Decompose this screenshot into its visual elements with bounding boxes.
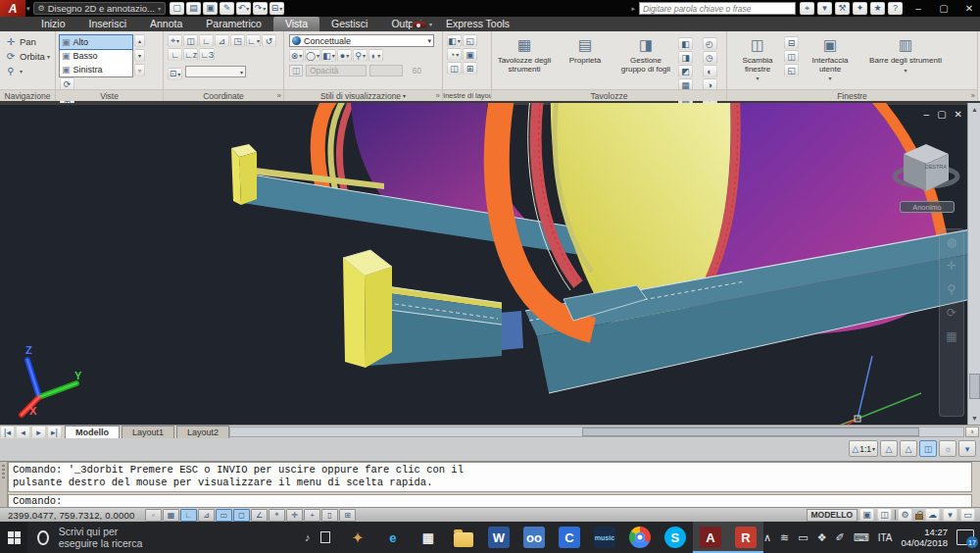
quick-view-layouts-icon[interactable]: ◫ xyxy=(877,508,892,521)
horizontal-scrollbar[interactable] xyxy=(229,427,964,437)
ucs-object-icon[interactable]: ◳ xyxy=(230,34,245,47)
visual-styles-palette-icon[interactable]: ◴ xyxy=(703,37,717,50)
panel-label[interactable]: Tavolozze xyxy=(492,89,726,101)
dropdown-arrow-icon[interactable]: ▾ xyxy=(246,5,249,12)
autocad-logo-icon[interactable]: A xyxy=(0,0,25,17)
orbit-tool-icon[interactable]: ⟳ xyxy=(947,306,956,320)
dynamic-input-icon[interactable]: + xyxy=(304,509,320,522)
dropdown-arrow-icon[interactable]: ▾ xyxy=(346,52,349,59)
drawing-close-button[interactable]: ✕ xyxy=(955,109,962,120)
panel-label[interactable]: Finestre di layout xyxy=(443,89,491,101)
dropdown-arrow-icon[interactable]: ▾ xyxy=(299,52,302,59)
object-snap-icon[interactable]: ◻ xyxy=(233,509,250,522)
restore-viewport-icon[interactable]: ▣ xyxy=(463,48,477,61)
named-viewports-icon[interactable]: ◧▾ xyxy=(447,34,462,47)
layout-tab-layout1[interactable]: Layout1 xyxy=(122,426,174,438)
close-button[interactable]: ✕ xyxy=(958,2,980,16)
dropdown-arrow-icon[interactable]: ▾ xyxy=(332,52,335,59)
drawing-minimize-button[interactable]: – xyxy=(924,109,930,120)
command-window-grip[interactable] xyxy=(0,462,8,508)
chevron-down-icon[interactable]: ▾ xyxy=(429,21,432,27)
panel-label[interactable]: Viste xyxy=(56,89,163,101)
start-button[interactable] xyxy=(0,522,27,553)
tile-vertically-icon[interactable]: ◫ xyxy=(784,50,799,63)
logo-dropdown-icon[interactable]: ▾ xyxy=(26,5,30,13)
scroll-right-icon[interactable]: › xyxy=(965,427,979,437)
command-input[interactable]: Comando: xyxy=(8,494,972,508)
calculator-taskbar-icon[interactable]: ▦ xyxy=(411,522,446,553)
orbit-button[interactable]: ⟳ Orbita ▾ xyxy=(4,49,53,64)
search-icon[interactable]: ⌖ xyxy=(800,2,814,15)
xray-style-icon[interactable]: ⚲▾ xyxy=(353,49,368,62)
zoom-extents-button[interactable]: ⚲ ▾ xyxy=(4,64,53,78)
polar-tracking-icon[interactable]: ▭ xyxy=(216,509,232,522)
amazon-music-taskbar-icon[interactable]: music xyxy=(587,522,622,553)
chevron-down-icon[interactable]: ▾ xyxy=(20,68,23,75)
gimp-taskbar-icon[interactable]: ✦ xyxy=(340,522,375,553)
view-scroll-more-icon[interactable]: ▿ xyxy=(134,64,145,76)
panel-expander-icon[interactable]: » xyxy=(971,91,975,100)
object-snap-3d-icon[interactable]: ∠ xyxy=(251,509,268,522)
next-layout-icon[interactable]: ▸ xyxy=(31,426,46,438)
chevron-down-icon[interactable]: ▾ xyxy=(47,53,50,60)
model-space-button[interactable]: MODELLO xyxy=(807,509,858,522)
sheet-set-manager-button[interactable]: ◨Gestione gruppo di fogli xyxy=(615,33,676,89)
dropdown-arrow-icon[interactable]: ▾ xyxy=(458,37,461,44)
view-item-sinistra[interactable]: ▣Sinistra xyxy=(60,63,132,76)
view-scroll-down-icon[interactable]: ▾ xyxy=(134,49,145,62)
previous-layout-icon[interactable]: ◂ xyxy=(16,426,30,438)
quick-properties-icon[interactable]: ⊞ xyxy=(339,509,356,522)
dropdown-arrow-icon[interactable]: ▾ xyxy=(257,37,260,44)
ucs-icon-toggle-icon[interactable]: ⊡▾ xyxy=(168,68,182,80)
infer-constraints-icon[interactable]: ▫ xyxy=(145,509,162,522)
ucs-origin-icon[interactable]: ∟▾ xyxy=(246,34,261,47)
viewcube-ucs-button[interactable]: Anonimo xyxy=(900,201,955,213)
dropdown-arrow-icon[interactable]: ▾ xyxy=(363,52,366,59)
skype-taskbar-icon[interactable]: S xyxy=(658,522,693,553)
snap-mode-icon[interactable]: ▦ xyxy=(163,509,179,522)
lights-palette-icon[interactable]: ◐ xyxy=(703,65,717,77)
workspace-quick-icon[interactable]: ◫ xyxy=(919,440,937,457)
language-indicator[interactable]: ITA xyxy=(878,532,893,543)
toolbar-lock-icon[interactable] xyxy=(915,514,923,520)
zoom-tool-icon[interactable]: ⚲ xyxy=(948,282,956,296)
join-viewports-icon[interactable]: ◔▾ xyxy=(447,48,462,61)
task-view-icon[interactable] xyxy=(320,531,330,543)
favorites-icon[interactable]: ★ xyxy=(870,2,885,15)
oovoo-taskbar-icon[interactable]: oo xyxy=(516,522,552,553)
wireframe-2d-icon[interactable]: ⊗▾ xyxy=(289,49,304,62)
opacity-slider[interactable] xyxy=(369,65,403,76)
annotation-scale-button[interactable]: △ 1:1 ▾ xyxy=(849,440,878,457)
user-interface-button[interactable]: ▣ Interfaccia utente ▾ xyxy=(804,33,857,89)
scrollbar-thumb[interactable] xyxy=(582,427,919,436)
hardware-acceleration-icon[interactable]: ☁ xyxy=(925,508,940,521)
help-icon[interactable]: ? xyxy=(888,2,903,15)
panel-expander-icon[interactable]: » xyxy=(436,91,440,100)
dropdown-arrow-icon[interactable]: ▾ xyxy=(177,71,180,77)
ucs-named-icon[interactable]: ◫ xyxy=(183,34,198,47)
command-window[interactable]: Comando: '_3dorbit Premere ESC o INVIO p… xyxy=(0,461,980,507)
file-explorer-taskbar-icon[interactable] xyxy=(446,522,481,553)
grid-display-icon[interactable]: ∟ xyxy=(180,509,197,522)
save-as-icon[interactable]: ✎ xyxy=(220,2,234,15)
first-layout-icon[interactable]: |◂ xyxy=(0,426,15,438)
expand-arrow-icon[interactable]: ▸ xyxy=(631,5,635,13)
clean-screen-icon[interactable]: ▭ xyxy=(960,508,975,521)
save-file-icon[interactable]: ▣ xyxy=(203,2,218,15)
microphone-icon[interactable]: ♪ xyxy=(305,531,311,543)
dropbox-icon[interactable]: ❖ xyxy=(817,531,827,544)
dropdown-arrow-icon[interactable]: ▾ xyxy=(456,51,459,58)
swap-windows-button[interactable]: ◫ Scambia finestre ▾ xyxy=(733,33,782,89)
model-paper-toggle-icon[interactable]: ▣ xyxy=(859,508,874,521)
auto-annotation-scale-icon[interactable]: △ xyxy=(900,440,917,457)
ribbon-state-icon[interactable] xyxy=(412,21,427,28)
search-input[interactable] xyxy=(639,2,796,15)
chrome-taskbar-icon[interactable] xyxy=(622,522,658,553)
designcenter-icon[interactable]: ◧ xyxy=(678,37,693,50)
ribbon-tab-parametrico[interactable]: Parametrico xyxy=(194,17,273,31)
ribbon-tab-inserisci[interactable]: Inserisci xyxy=(77,17,139,31)
panel-label[interactable]: Coordinate » xyxy=(164,89,283,101)
dropdown-arrow-icon[interactable]: ▾ xyxy=(279,5,282,12)
vertical-scrollbar[interactable]: ▲ ▼ xyxy=(967,103,980,425)
shadow-style-icon[interactable]: ◐▾ xyxy=(368,49,383,62)
